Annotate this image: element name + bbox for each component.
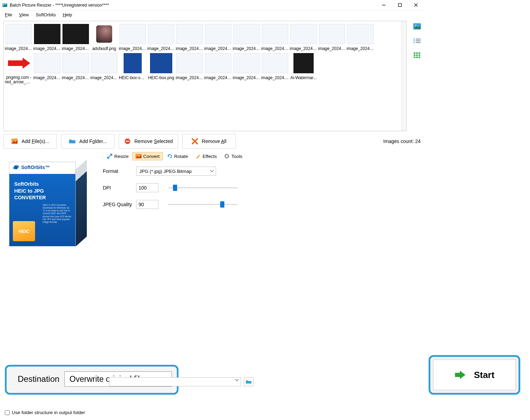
view-mode-toolbar xyxy=(410,19,424,131)
svg-point-26 xyxy=(226,156,228,157)
thumbnail-item[interactable]: image_2024-... xyxy=(5,23,33,51)
thumbnail-item[interactable]: image_2024-... xyxy=(33,23,61,51)
svg-rect-17 xyxy=(419,54,420,56)
settings-tabs: Resize Convert Rotate Effects Tools xyxy=(0,152,424,160)
view-grid-icon[interactable] xyxy=(413,51,422,60)
format-label: Format xyxy=(103,168,136,174)
images-count: Images count: 24 xyxy=(383,138,421,144)
menu-view[interactable]: View xyxy=(16,11,32,18)
thumbnail-grid[interactable]: image_2024-... image_2024-... image_2024… xyxy=(4,21,401,131)
thumbnail-panel: image_2024-... image_2024-... image_2024… xyxy=(3,21,407,131)
quality-slider[interactable] xyxy=(168,201,238,208)
folder-icon xyxy=(69,138,76,144)
menu-help[interactable]: Help xyxy=(59,11,76,18)
thumbnail-item[interactable]: image_2024-... xyxy=(232,23,261,51)
product-title: SoftOrbits HEIC to JPG CONVERTER xyxy=(14,181,75,201)
svg-rect-15 xyxy=(414,54,415,56)
planet-icon xyxy=(13,164,19,170)
thumbnail-item[interactable]: HEIC-box.png xyxy=(147,52,175,84)
thumbnail-item[interactable]: Ai-Watermar... xyxy=(289,52,318,84)
thumbnail-item[interactable]: image_2024-... xyxy=(232,52,261,84)
close-button[interactable] xyxy=(408,0,424,10)
svg-rect-13 xyxy=(416,52,418,54)
heic-badge: HEIC xyxy=(13,221,35,241)
thumbnail-item[interactable]: image_2024-... xyxy=(118,23,147,51)
tab-resize[interactable]: Resize xyxy=(103,152,132,160)
resize-icon xyxy=(107,153,113,159)
scrollbar-vertical[interactable] xyxy=(401,21,406,131)
effects-icon xyxy=(195,153,201,159)
convert-settings: Format JPG (*.jpg) JPEG Bitmap DPI 100 J… xyxy=(99,162,424,246)
remove-selected-button[interactable]: Remove Selected xyxy=(119,134,178,149)
svg-point-5 xyxy=(415,25,416,26)
thumbnail-item[interactable]: image_2024-... xyxy=(175,23,204,51)
remove-all-label: Remove All xyxy=(202,138,226,144)
svg-rect-14 xyxy=(419,52,420,54)
svg-rect-7 xyxy=(414,40,415,41)
thumbnail-item[interactable]: image_2024-... xyxy=(318,23,346,51)
svg-rect-9 xyxy=(416,39,421,40)
remove-all-icon xyxy=(191,138,198,144)
svg-rect-20 xyxy=(419,57,420,58)
remove-selected-label: Remove Selected xyxy=(134,138,173,144)
tab-tools[interactable]: Tools xyxy=(221,152,246,160)
product-box: SoftOrbits™ SoftOrbits HEIC to JPG CONVE… xyxy=(9,162,87,246)
maximize-button[interactable] xyxy=(392,0,408,10)
image-icon xyxy=(11,138,18,144)
tab-convert[interactable]: Convert xyxy=(132,152,163,160)
remove-icon xyxy=(124,138,131,144)
tab-rotate[interactable]: Rotate xyxy=(164,152,191,160)
window-title: Batch Picture Resizer - ****Unregistered… xyxy=(10,3,376,8)
thumbnail-item[interactable]: image_2024-... xyxy=(204,23,232,51)
convert-icon xyxy=(135,153,142,159)
lower-section: SoftOrbits™ SoftOrbits HEIC to JPG CONVE… xyxy=(0,162,424,246)
thumbnail-item[interactable]: pngimg.com - red_arrow_PN... xyxy=(5,52,33,84)
svg-rect-18 xyxy=(414,57,415,58)
menu-bar: File View SoftOrbits Help xyxy=(0,10,424,19)
add-folder-button[interactable]: Add Folder... xyxy=(61,134,115,149)
svg-rect-10 xyxy=(416,40,421,41)
thumbnail-item[interactable]: adsfasdf.png xyxy=(90,23,118,51)
view-list-icon[interactable] xyxy=(413,37,422,45)
svg-rect-6 xyxy=(414,39,415,40)
menu-softorbits[interactable]: SoftOrbits xyxy=(32,11,59,18)
add-files-label: Add File(s)... xyxy=(22,138,49,144)
thumbnail-item[interactable]: image_2024-... xyxy=(204,52,232,84)
svg-rect-23 xyxy=(126,141,129,142)
quality-input[interactable]: 90 xyxy=(136,200,158,209)
thumbnail-item[interactable]: image_2024-... xyxy=(261,23,289,51)
app-icon xyxy=(2,2,8,8)
thumbnail-item[interactable]: image_2024-... xyxy=(175,52,204,84)
tab-effects[interactable]: Effects xyxy=(192,152,220,160)
svg-rect-16 xyxy=(416,54,418,56)
menu-file[interactable]: File xyxy=(1,11,16,18)
minimize-button[interactable] xyxy=(376,0,392,10)
svg-rect-12 xyxy=(414,52,415,54)
brand-label: SoftOrbits™ xyxy=(13,164,50,170)
svg-rect-8 xyxy=(414,42,415,43)
svg-rect-2 xyxy=(382,5,386,5)
promo-panel: SoftOrbits™ SoftOrbits HEIC to JPG CONVE… xyxy=(0,162,99,246)
svg-rect-3 xyxy=(398,3,401,7)
thumbnail-item[interactable]: image_2024-... xyxy=(346,23,375,51)
title-bar: Batch Picture Resizer - ****Unregistered… xyxy=(0,0,424,10)
dpi-slider[interactable] xyxy=(168,184,238,191)
thumbnail-item[interactable]: image_2024-... xyxy=(289,23,318,51)
thumbnail-item[interactable]: image_2024-... xyxy=(147,23,175,51)
svg-rect-11 xyxy=(416,42,421,43)
thumbnail-item[interactable]: image_2024-... xyxy=(261,52,289,84)
thumbnail-item[interactable]: image_2024-... xyxy=(90,52,118,84)
view-thumbnails-icon[interactable] xyxy=(413,22,422,31)
thumbnail-item[interactable]: HEIC-box-sm... xyxy=(118,52,147,84)
thumbnail-item[interactable]: image_2024-... xyxy=(61,23,90,51)
format-select[interactable]: JPG (*.jpg) JPEG Bitmap xyxy=(136,167,216,176)
add-folder-label: Add Folder... xyxy=(79,138,107,144)
add-files-button[interactable]: Add File(s)... xyxy=(3,134,57,149)
remove-all-button[interactable]: Remove All xyxy=(182,134,236,149)
product-description: HEIC to JPG Converter Download for Windo… xyxy=(43,204,72,224)
thumbnail-item[interactable]: image_2024-... xyxy=(33,52,61,84)
dpi-label: DPI xyxy=(103,185,136,191)
thumbnail-item[interactable]: image_2024-... xyxy=(61,52,90,84)
svg-rect-19 xyxy=(416,57,418,58)
dpi-input[interactable]: 100 xyxy=(136,183,158,192)
